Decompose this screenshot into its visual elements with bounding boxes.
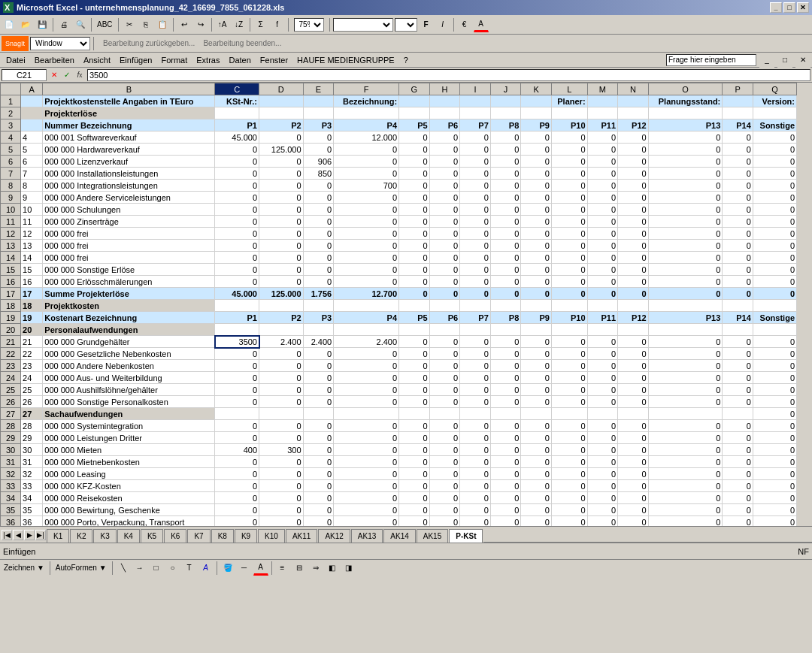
cell[interactable]: 0 xyxy=(753,516,796,527)
cell[interactable]: 0 xyxy=(490,240,521,252)
cell[interactable]: 0 xyxy=(551,204,587,216)
cell[interactable] xyxy=(215,300,259,312)
cell[interactable]: 000 000 Leasing xyxy=(43,468,215,480)
cell[interactable]: 0 xyxy=(429,240,460,252)
col-header-c[interactable]: C xyxy=(215,83,259,95)
col-header-q[interactable]: Q xyxy=(753,83,796,95)
cell[interactable]: 34 xyxy=(21,492,43,504)
cell[interactable]: 0 xyxy=(723,288,753,300)
cell[interactable]: P5 xyxy=(399,119,430,132)
cell[interactable]: 0 xyxy=(259,276,304,288)
cell[interactable]: 000 000 Mieten xyxy=(43,444,215,456)
cell[interactable]: 0 xyxy=(587,480,618,492)
cell[interactable]: P10 xyxy=(551,312,587,324)
cell[interactable]: 0 xyxy=(215,516,259,527)
cell[interactable]: 0 xyxy=(587,420,618,432)
col-header-n[interactable]: N xyxy=(618,83,649,95)
cell[interactable]: 0 xyxy=(723,420,753,432)
cell[interactable]: 22 xyxy=(21,348,43,360)
cell[interactable]: 0 xyxy=(399,360,430,372)
cell[interactable]: 000 000 Installationsleistungen xyxy=(43,168,215,180)
cell[interactable]: 0 xyxy=(399,372,430,384)
cell[interactable]: 0 xyxy=(215,252,259,264)
cell[interactable]: 0 xyxy=(490,348,521,360)
cell[interactable] xyxy=(429,408,460,420)
cell[interactable]: 0 xyxy=(259,432,304,444)
cell[interactable]: 0 xyxy=(399,168,430,180)
cell[interactable] xyxy=(521,300,552,312)
cell[interactable]: 23 xyxy=(21,360,43,372)
cell[interactable] xyxy=(618,300,649,312)
cell[interactable]: 0 xyxy=(723,180,753,192)
cell[interactable]: 0 xyxy=(587,444,618,456)
cell[interactable]: 0 xyxy=(521,216,552,228)
cell[interactable] xyxy=(460,324,491,336)
cell[interactable]: 0 xyxy=(723,276,753,288)
col-header-b[interactable]: B xyxy=(43,83,215,95)
menu-bearbeiten[interactable]: Bearbeiten xyxy=(30,53,79,68)
cell[interactable]: 0 xyxy=(334,276,399,288)
cell[interactable] xyxy=(551,324,587,336)
sheet-tab-k8[interactable]: K8 xyxy=(211,529,234,543)
cell[interactable]: 0 xyxy=(490,444,521,456)
cell[interactable]: 0 xyxy=(648,252,723,264)
cell[interactable]: 0 xyxy=(429,144,460,156)
cell[interactable]: P9 xyxy=(521,312,552,324)
cell[interactable] xyxy=(648,300,723,312)
cell[interactable]: 0 xyxy=(429,216,460,228)
cell[interactable] xyxy=(259,324,304,336)
cell[interactable]: 0 xyxy=(215,468,259,480)
cell[interactable]: 0 xyxy=(334,264,399,276)
col-header-j[interactable]: J xyxy=(490,83,521,95)
cell[interactable]: P3 xyxy=(303,119,334,132)
cell[interactable]: 0 xyxy=(490,336,521,348)
cell[interactable]: 0 xyxy=(215,456,259,468)
cell[interactable]: 0 xyxy=(334,456,399,468)
cell[interactable]: 0 xyxy=(460,228,491,240)
cell[interactable]: 0 xyxy=(587,240,618,252)
cell[interactable]: 0 xyxy=(753,228,796,240)
cell[interactable]: 0 xyxy=(648,348,723,360)
tab-first[interactable]: |◀ xyxy=(2,530,12,540)
cell[interactable]: 0 xyxy=(259,216,304,228)
cell[interactable]: 0 xyxy=(551,336,587,348)
cell[interactable]: 0 xyxy=(399,444,430,456)
cell[interactable]: 0 xyxy=(460,204,491,216)
cell[interactable]: 0 xyxy=(460,288,491,300)
cell[interactable] xyxy=(521,408,552,420)
cell[interactable]: 0 xyxy=(460,240,491,252)
cell[interactable]: 906 xyxy=(303,156,334,168)
cell[interactable] xyxy=(618,324,649,336)
cell[interactable]: 0 xyxy=(551,420,587,432)
cell[interactable]: 0 xyxy=(753,336,796,348)
cell[interactable]: 0 xyxy=(259,468,304,480)
cell[interactable]: 0 xyxy=(753,360,796,372)
cell[interactable]: 0 xyxy=(259,456,304,468)
cell[interactable]: 0 xyxy=(399,276,430,288)
cell[interactable]: P1 xyxy=(215,312,259,324)
cell[interactable]: 0 xyxy=(334,144,399,156)
cell[interactable]: 0 xyxy=(753,204,796,216)
cell[interactable] xyxy=(429,107,460,119)
cell[interactable]: 0 xyxy=(303,132,334,144)
cell[interactable] xyxy=(551,107,587,119)
cell[interactable]: 0 xyxy=(429,456,460,468)
cell[interactable] xyxy=(587,324,618,336)
cell[interactable]: 0 xyxy=(259,168,304,180)
cell[interactable]: Bezeichnung: xyxy=(334,95,399,107)
cell[interactable]: 0 xyxy=(460,420,491,432)
menu-format[interactable]: Format xyxy=(156,53,192,68)
cell[interactable]: 0 xyxy=(618,492,649,504)
cell[interactable]: 000 000 KFZ-Kosten xyxy=(43,480,215,492)
snagit-logo[interactable]: SnagIt xyxy=(2,36,29,51)
function-icon[interactable]: fx xyxy=(74,69,86,81)
cell[interactable]: 0 xyxy=(429,252,460,264)
cell[interactable]: P12 xyxy=(618,312,649,324)
cell[interactable]: P6 xyxy=(429,119,460,132)
cell[interactable]: 0 xyxy=(648,372,723,384)
cell[interactable] xyxy=(399,408,430,420)
cell[interactable]: 0 xyxy=(648,492,723,504)
cell[interactable] xyxy=(551,408,587,420)
cell[interactable]: 0 xyxy=(490,216,521,228)
cell[interactable]: 0 xyxy=(259,240,304,252)
